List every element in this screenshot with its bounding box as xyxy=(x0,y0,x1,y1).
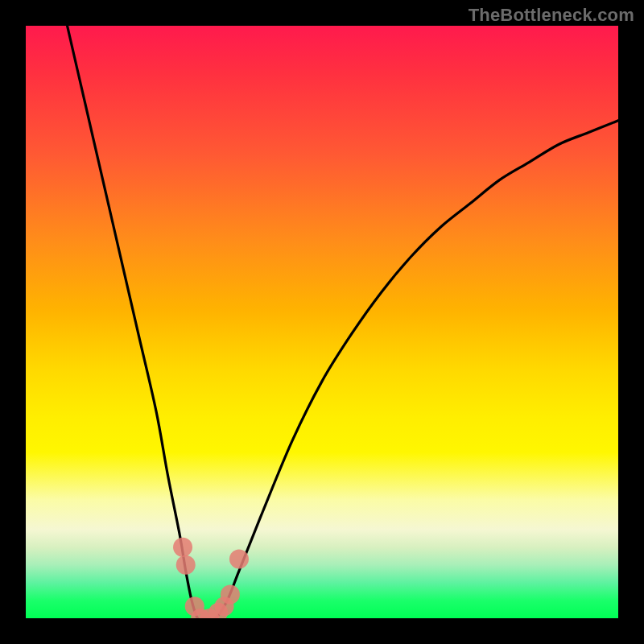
curve-marker xyxy=(221,585,240,605)
chart-frame: TheBottleneck.com xyxy=(0,0,644,644)
curve-marker xyxy=(173,538,192,557)
curve-marker xyxy=(229,549,249,568)
curve-svg xyxy=(26,26,618,618)
curve-marker xyxy=(176,555,196,575)
watermark-text: TheBottleneck.com xyxy=(469,5,634,26)
plot-area xyxy=(26,26,618,618)
bottleneck-curve-path xyxy=(68,26,618,618)
